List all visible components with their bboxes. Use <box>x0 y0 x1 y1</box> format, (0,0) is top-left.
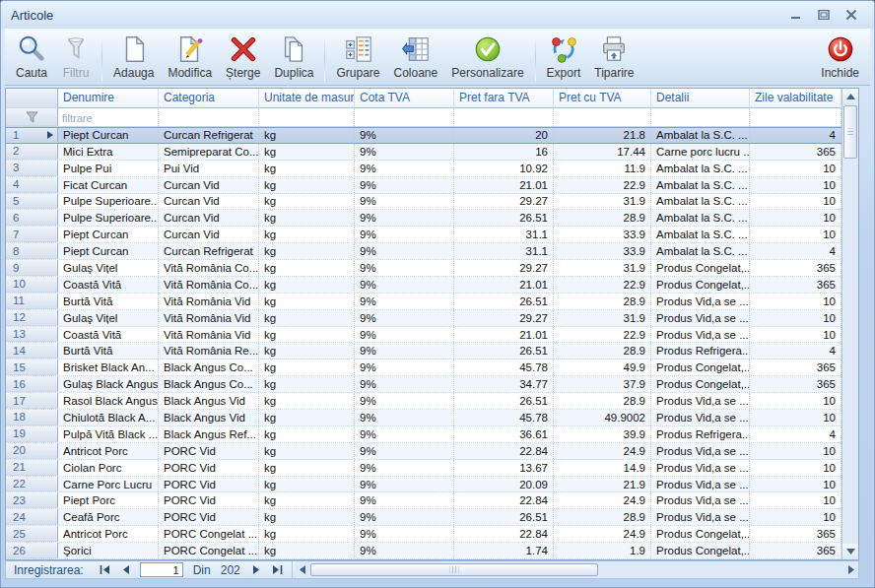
cell-detalii[interactable]: Produs Vid,a se ... <box>651 410 750 425</box>
cell-pret_fara[interactable]: 13.67 <box>454 460 554 476</box>
cell-pret_cu[interactable]: 33.9 <box>554 227 651 242</box>
row-header[interactable]: 21 <box>6 460 58 476</box>
cell-pret_cu[interactable]: 31.9 <box>554 194 651 210</box>
row-header[interactable]: 8 <box>6 243 58 259</box>
cell-zile[interactable]: 365 <box>750 144 841 160</box>
column-header-pret-cu-tva[interactable]: Pret cu TVA <box>554 89 651 108</box>
search-button[interactable]: Cauta <box>9 32 54 84</box>
cell-detalii[interactable]: Produs Refrigera... <box>651 343 750 359</box>
cell-detalii[interactable]: Produs Congelat,... <box>651 526 750 542</box>
filter-input-denumire[interactable] <box>58 109 158 127</box>
cell-denumire[interactable]: Şorici <box>58 543 159 558</box>
previous-record-button[interactable] <box>116 565 136 574</box>
filter-input-categoria[interactable] <box>159 109 258 127</box>
cell-pret_fara[interactable]: 31.1 <box>454 227 554 242</box>
cell-um[interactable]: kg <box>259 161 355 176</box>
next-record-button[interactable] <box>246 565 266 574</box>
cell-pret_fara[interactable]: 1.74 <box>454 543 554 558</box>
row-header[interactable]: 23 <box>6 492 58 508</box>
table-row[interactable]: 17Rasol Black AngusBlack Angus Vidkg9%26… <box>6 393 858 410</box>
cell-denumire[interactable]: Coastă Vită <box>58 277 159 293</box>
close-app-button[interactable]: Inchide <box>814 32 866 84</box>
table-row[interactable]: 5Pulpe Superioare...Curcan Vidkg9%29.273… <box>6 194 858 211</box>
cell-pret_cu[interactable]: 17.44 <box>554 144 651 160</box>
cell-denumire[interactable]: Pulpe Pui <box>58 161 159 176</box>
cell-um[interactable]: kg <box>259 509 355 525</box>
cell-denumire[interactable]: Pulpă Vită Black ... <box>58 426 159 442</box>
row-header[interactable]: 9 <box>6 260 58 276</box>
cell-denumire[interactable]: Carne Porc Lucru <box>58 477 159 492</box>
cell-pret_cu[interactable]: 31.9 <box>554 260 651 276</box>
cell-detalii[interactable]: Produs Vid,a se ... <box>651 443 750 459</box>
table-row[interactable]: 26ŞoriciPORC Congelat ...kg9%1.741.9Prod… <box>6 543 858 559</box>
cell-um[interactable]: kg <box>259 343 355 359</box>
cell-pret_cu[interactable]: 49.9002 <box>554 410 651 425</box>
cell-denumire[interactable]: Antricot Porc <box>58 443 159 459</box>
cell-detalii[interactable]: Produs Vid,a se ... <box>651 492 750 508</box>
cell-pret_fara[interactable]: 22.84 <box>454 443 554 459</box>
cell-zile[interactable]: 365 <box>750 359 841 375</box>
cell-tva[interactable]: 9% <box>355 161 454 176</box>
cell-pret_cu[interactable]: 39.9 <box>554 426 651 442</box>
export-button[interactable]: Export <box>540 32 588 84</box>
filter-input-pret-cu[interactable] <box>554 109 650 127</box>
cell-pret_cu[interactable]: 24.9 <box>554 492 651 508</box>
cell-tva[interactable]: 9% <box>355 144 454 160</box>
row-header[interactable]: 15 <box>6 359 58 375</box>
cell-zile[interactable]: 10 <box>750 393 841 409</box>
cell-pret_fara[interactable]: 29.27 <box>454 260 554 276</box>
cell-pret_fara[interactable]: 29.27 <box>454 310 554 326</box>
cell-um[interactable]: kg <box>259 210 355 226</box>
close-button[interactable] <box>844 9 858 21</box>
cell-categoria[interactable]: Vită România Co... <box>159 260 259 276</box>
cell-detalii[interactable]: Ambalat la S.C. ... <box>651 128 750 143</box>
maximize-button[interactable] <box>817 9 831 21</box>
row-header[interactable]: 25 <box>6 526 58 542</box>
cell-zile[interactable]: 10 <box>750 177 841 193</box>
current-record-input[interactable] <box>140 562 183 577</box>
column-header-categoria[interactable]: Categoria <box>159 89 259 108</box>
cell-denumire[interactable]: Mici Extra <box>58 144 159 160</box>
filter-row-header[interactable] <box>6 108 58 126</box>
cell-um[interactable]: kg <box>259 144 355 160</box>
cell-categoria[interactable]: Vită România Co... <box>159 277 259 293</box>
scroll-right-button[interactable] <box>844 565 858 574</box>
horizontal-scroll-thumb[interactable] <box>310 563 598 576</box>
cell-pret_cu[interactable]: 21.8 <box>554 128 651 143</box>
cell-um[interactable]: kg <box>259 359 355 375</box>
cell-detalii[interactable]: Produs Vid,a se ... <box>651 294 750 309</box>
cell-categoria[interactable]: Vită România Vid <box>159 310 259 326</box>
minimize-button[interactable] <box>789 9 803 21</box>
cell-pret_cu[interactable]: 24.9 <box>554 443 651 459</box>
filter-input-cota-tva[interactable] <box>355 109 453 127</box>
column-header-unitate[interactable]: Unitate de masura <box>259 89 355 108</box>
cell-pret_fara[interactable]: 26.51 <box>454 393 554 409</box>
cell-zile[interactable]: 10 <box>750 194 841 210</box>
row-header[interactable]: 14 <box>6 343 58 359</box>
column-header-detalii[interactable]: Detalii <box>651 89 750 108</box>
cell-pret_cu[interactable]: 37.9 <box>554 376 651 392</box>
cell-um[interactable]: kg <box>259 426 355 442</box>
print-button[interactable]: Tiparire <box>587 32 640 84</box>
cell-categoria[interactable]: Pui Vid <box>159 161 259 176</box>
row-header[interactable]: 11 <box>6 294 58 309</box>
column-header-pret-fara-tva[interactable]: Pret fara TVA <box>454 89 554 108</box>
cell-um[interactable]: kg <box>259 327 355 343</box>
table-row[interactable]: 25Antricot PorcPORC Congelat ...kg9%22.8… <box>6 526 858 543</box>
cell-pret_fara[interactable]: 36.61 <box>454 426 554 442</box>
cell-zile[interactable]: 4 <box>750 243 841 259</box>
cell-tva[interactable]: 9% <box>355 343 454 359</box>
cell-categoria[interactable]: Black Angus Co... <box>159 359 259 375</box>
duplicate-button[interactable]: Duplica <box>267 32 320 84</box>
cell-detalii[interactable]: Ambalat la S.C. ... <box>651 194 750 210</box>
cell-tva[interactable]: 9% <box>355 227 454 242</box>
row-header[interactable]: 26 <box>6 543 58 558</box>
cell-detalii[interactable]: Produs Vid,a se ... <box>651 477 750 492</box>
delete-button[interactable]: Șterge <box>219 32 267 84</box>
cell-pret_cu[interactable]: 24.9 <box>554 526 651 542</box>
cell-zile[interactable]: 10 <box>750 443 841 459</box>
cell-pret_fara[interactable]: 29.27 <box>454 194 554 210</box>
cell-categoria[interactable]: PORC Vid <box>159 509 259 525</box>
cell-pret_fara[interactable]: 16 <box>454 144 554 160</box>
cell-pret_cu[interactable]: 22.9 <box>554 277 651 293</box>
